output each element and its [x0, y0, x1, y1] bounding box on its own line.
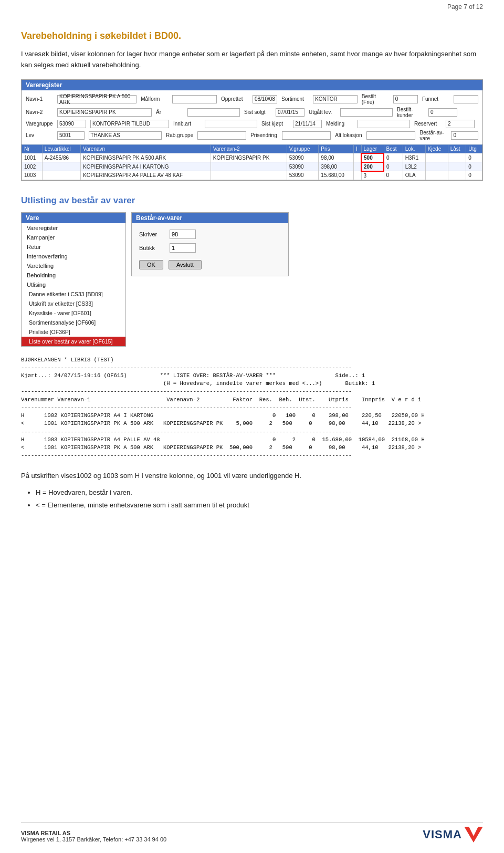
- år-label: År: [156, 109, 183, 115]
- cell-låst: [448, 162, 466, 171]
- col-utg: Utg: [466, 144, 482, 153]
- vr-row1: Navn-1 KOPIERINGSPAPIR PK A 500 ARK Målf…: [26, 93, 478, 105]
- visma-logo: VISMA: [423, 827, 483, 842]
- cell-best: 0: [384, 153, 403, 162]
- console-output: BJØRKELANGEN * LIBRIS (TEST) -----------…: [21, 356, 483, 460]
- cell-nr: 1003: [22, 171, 43, 180]
- utgått-lev-value: [340, 108, 393, 117]
- col-varenavn2: Varenavn-2: [211, 144, 287, 153]
- sidebar-item-liste-består-av[interactable]: Liste over består av varer [OF615]: [22, 337, 125, 346]
- cell-lok: H3R1: [403, 153, 425, 162]
- lev-value: 5001: [57, 131, 85, 140]
- sidebar-item-prisliste[interactable]: Prisliste [OF36P]: [22, 327, 125, 337]
- vr-row4: Lev 5001 THANKE AS Rab.gruppe Prisendrin…: [26, 130, 478, 141]
- visma-logo-text: VISMA: [423, 828, 462, 841]
- cell-lager: 500: [361, 153, 384, 162]
- sist-solgt-value: 07/01/15: [276, 108, 304, 117]
- sidebar-item-vareregister[interactable]: Vareregister: [22, 223, 125, 233]
- ok-button[interactable]: OK: [139, 260, 163, 269]
- sortiment-value: KONTOR: [313, 95, 358, 103]
- opprettet-label: Opprettet: [221, 96, 248, 102]
- cell-best: 0: [384, 171, 403, 180]
- utlisting-title: Utlisting av består av varer: [21, 195, 483, 206]
- reservert-label: Reservert: [414, 121, 442, 127]
- vr-row3: Varegruppe 53090 KONTORPAPIR TILBUD Innb…: [26, 120, 478, 128]
- vareregister-title: Vareregister: [22, 80, 482, 90]
- rab-gruppe-value: [197, 131, 246, 140]
- cell-lok: OLA: [403, 171, 425, 180]
- dialog-input-butikk[interactable]: [170, 243, 196, 253]
- sidebar-item-utlising[interactable]: Utlising: [22, 280, 125, 289]
- lev-label: Lev: [26, 132, 53, 138]
- melding-value: [358, 120, 410, 128]
- år-value: [187, 108, 240, 117]
- dialog-input-skriver[interactable]: [170, 230, 196, 239]
- målform-label: Målform: [141, 96, 168, 102]
- vr-form-area: Navn-1 KOPIERINGSPAPIR PK A 500 ARK Målf…: [22, 90, 482, 144]
- sist-kjøpt-label: Sist kjøpt: [261, 121, 289, 127]
- cell-varenavn: KOPIERINGSPAPIR A4 PALLE AV 48 KAF: [81, 171, 211, 180]
- sist-kjøpt-value: 21/11/14: [293, 120, 322, 128]
- sidebar-item-internoverføring[interactable]: Internoverføring: [22, 252, 125, 261]
- cell-lev-art: [42, 171, 80, 180]
- footer-company: VISMA RETAIL AS: [21, 830, 166, 836]
- cell-varenavn2: [211, 171, 287, 180]
- cell-kjede: [425, 162, 448, 171]
- col-nr: Nr: [22, 144, 43, 153]
- dialog-label-butikk: Butikk: [139, 245, 165, 251]
- sidebar-item-sortimentsanalyse[interactable]: Sortimentsanalyse [OF606]: [22, 318, 125, 327]
- sist-solgt-label: Sist solgt: [244, 109, 271, 115]
- prisendring-label: Prisendring: [250, 132, 278, 138]
- page-number: Page 7 of 12: [447, 3, 483, 11]
- avslutt-button[interactable]: Avslutt: [169, 260, 202, 269]
- sidebar-item-kryssliste[interactable]: Kryssliste - varer [OF601]: [22, 308, 125, 318]
- col-vgruppe: V.gruppe: [287, 144, 319, 153]
- cell-vgruppe: 53090: [287, 153, 319, 162]
- cell-vgruppe: 53090: [287, 171, 319, 180]
- varegruppe-label: Varegruppe: [26, 121, 53, 127]
- sidebar-item-retur[interactable]: Retur: [22, 242, 125, 252]
- bottom-text: På utskriften vises1002 og 1003 som H i …: [21, 470, 483, 482]
- cell-kjede: [425, 171, 448, 180]
- består-av-vare-label: Består-av-vare: [419, 130, 447, 141]
- melding-label: Melding: [326, 121, 353, 127]
- sidebar-item-kampanjer[interactable]: Kampanjer: [22, 233, 125, 242]
- cell-låst: [448, 153, 466, 162]
- page-header: Page 7 of 12: [21, 0, 483, 16]
- sidebar-item-beholdning[interactable]: Beholdning: [22, 271, 125, 280]
- målform-value: [172, 95, 217, 103]
- navn1-label: Navn-1: [26, 96, 53, 102]
- cell-varenavn: KOPIERINGSPAPIR PK A 500 ARK: [81, 153, 211, 162]
- section1-body: I varesøk bildet, viser kolonnen for lag…: [21, 49, 483, 71]
- dialog-box: Består-av-varer Skriver Butikk OK Avslut…: [131, 212, 289, 276]
- sidebar-item-utskrift-etiketter[interactable]: Utskrift av etiketter [CS33]: [22, 299, 125, 308]
- col-lager: Lager: [361, 144, 384, 153]
- cell-lev-art: A-2455/86: [42, 153, 80, 162]
- vareregister-box: Vareregister Navn-1 KOPIERINGSPAPIR PK A…: [21, 79, 483, 181]
- utgått-lev-label: Utgått lev.: [309, 109, 336, 115]
- sidebar-item-danne-etiketter[interactable]: Danne etiketter i CS33 [BD09]: [22, 289, 125, 299]
- cell-lev-art: [42, 162, 80, 171]
- funnet-value: [454, 95, 478, 103]
- bestilt-frie-label: Bestilt (Frie): [362, 93, 389, 105]
- sidebar-item-varetelling[interactable]: Varetelling: [22, 261, 125, 271]
- dialog-buttons: OK Avslutt: [139, 260, 281, 269]
- cell-pris: 98,00: [319, 153, 354, 162]
- dialog-field-skriver: Skriver: [139, 230, 281, 239]
- left-menu-header: Vare: [22, 213, 125, 223]
- funnet-label: Funnet: [422, 96, 449, 102]
- table-header-row: Nr Lev.artikkel Varenavn Varenavn-2 V.gr…: [22, 144, 482, 153]
- thanke-value: THANKE AS: [89, 131, 162, 140]
- table-row: 1002 KOPIERINGSPAPIR A4 I KARTONG 53090 …: [22, 162, 482, 171]
- bullet-list: H = Hovedvaren, består i varen. < = Elem…: [36, 487, 483, 512]
- col-pris: Pris: [319, 144, 354, 153]
- bestilt-kunder-value: 0: [428, 108, 457, 117]
- opprettet-value: 08/10/08: [253, 95, 277, 103]
- col-lev-art: Lev.artikkel: [42, 144, 80, 153]
- cell-pris: 15.680,00: [319, 171, 354, 180]
- cell-varenavn2: [211, 162, 287, 171]
- vareregister-table: Nr Lev.artikkel Varenavn Varenavn-2 V.gr…: [22, 144, 482, 180]
- dialog-label-skriver: Skriver: [139, 231, 165, 237]
- prisendring-value: [282, 131, 331, 140]
- sortiment-label: Sortiment: [281, 96, 309, 102]
